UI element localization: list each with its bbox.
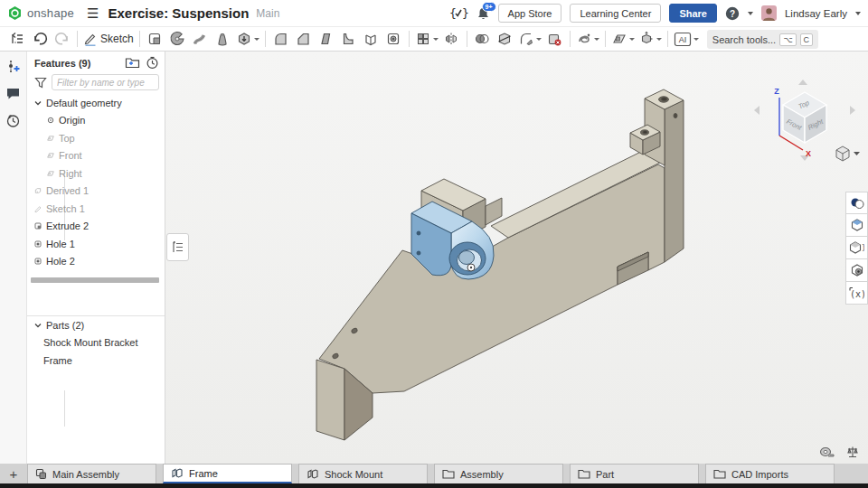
- revolve-tool-button[interactable]: [166, 29, 189, 50]
- rollback-bar[interactable]: [31, 277, 159, 283]
- tab-shock-mount[interactable]: Shock Mount: [298, 464, 428, 483]
- tree-item-hole-2[interactable]: Hole 2: [27, 253, 165, 271]
- onshape-logo-text: onshape: [27, 6, 74, 20]
- ai-tool-button[interactable]: AI: [672, 29, 701, 50]
- comments-icon[interactable]: [5, 87, 21, 100]
- share-button[interactable]: Share: [669, 4, 717, 23]
- featurescript-icon[interactable]: {}: [448, 6, 468, 20]
- tab-frame[interactable]: Frame: [163, 464, 292, 483]
- mass-properties-icon[interactable]: [846, 446, 859, 458]
- app-store-button[interactable]: App Store: [498, 4, 562, 23]
- feature-history-icon[interactable]: [146, 56, 159, 70]
- section-view-panel-button[interactable]: }: [845, 237, 868, 259]
- folder-icon: [442, 469, 455, 479]
- ai-dropdown-caret-icon[interactable]: [693, 38, 699, 41]
- user-menu-caret-icon[interactable]: [855, 12, 861, 15]
- thicken-enclose-tool-button[interactable]: [234, 29, 261, 50]
- chevron-down-icon[interactable]: [34, 322, 42, 329]
- tab-label: Frame: [189, 468, 218, 479]
- fillet-tool-button[interactable]: [269, 29, 292, 50]
- sweep-tool-button[interactable]: [189, 29, 212, 50]
- tree-item-derived-1[interactable]: Derived 1: [27, 183, 165, 201]
- pattern-dropdown-caret-icon[interactable]: [433, 38, 439, 41]
- hole-icon: [34, 240, 42, 248]
- search-tools-box[interactable]: Search tools... ⌥ C: [707, 30, 818, 49]
- plane-tool-button[interactable]: [609, 29, 637, 50]
- transform-dropdown-caret-icon[interactable]: [656, 38, 662, 41]
- view-options-button[interactable]: [836, 146, 860, 161]
- tree-item-front-plane[interactable]: Front: [27, 147, 165, 165]
- tree-item-sketch-1[interactable]: Sketch 1: [27, 200, 165, 218]
- tree-item-label: Derived 1: [46, 185, 89, 196]
- notifications-bell-icon[interactable]: 9+: [476, 6, 490, 21]
- user-avatar[interactable]: [761, 5, 777, 21]
- tab-part-folder[interactable]: Part: [570, 464, 699, 483]
- workspace-name[interactable]: Main: [256, 7, 279, 20]
- shortcut-key-option: ⌥: [779, 33, 796, 46]
- graphics-viewport[interactable]: Top Front Right Z X }: [165, 52, 868, 464]
- sketch-button[interactable]: Sketch: [81, 29, 136, 50]
- insert-version-icon[interactable]: [6, 59, 21, 74]
- origin-marker[interactable]: [467, 264, 475, 271]
- tab-assembly-folder[interactable]: Assembly: [434, 464, 563, 483]
- learning-center-button[interactable]: Learning Center: [570, 4, 661, 23]
- help-icon[interactable]: ?: [725, 6, 740, 21]
- chevron-down-icon[interactable]: [34, 99, 42, 107]
- linear-pattern-tool-button[interactable]: [413, 29, 440, 50]
- app-header: onshape ☰ Exercise: Suspension Main {} 9…: [0, 0, 868, 27]
- measure-tool-icon[interactable]: [819, 446, 835, 458]
- loft-tool-button[interactable]: [212, 29, 234, 50]
- mirror-tool-button[interactable]: [440, 29, 463, 50]
- 3d-model-canvas[interactable]: Top Front Right Z X: [165, 52, 868, 464]
- transform-tool-button[interactable]: [637, 29, 664, 50]
- feature-list-flyout-handle[interactable]: [166, 233, 189, 261]
- redo-button[interactable]: [51, 29, 73, 50]
- shell-tool-button[interactable]: [360, 29, 382, 50]
- part-item-shock-mount-bracket[interactable]: Shock Mount Bracket: [27, 334, 165, 352]
- tree-item-top-plane[interactable]: Top: [27, 129, 165, 147]
- document-title: Exercise: Suspension: [108, 5, 249, 21]
- onshape-logo[interactable]: onshape: [7, 5, 74, 21]
- left-rail: [0, 52, 27, 464]
- rib-tool-button[interactable]: [337, 29, 360, 50]
- filter-input[interactable]: [52, 74, 159, 90]
- undo-button[interactable]: [28, 29, 51, 50]
- tree-group-default-geometry[interactable]: Default geometry: [27, 94, 165, 112]
- draft-tool-button[interactable]: [315, 29, 337, 50]
- chamfer-tool-button[interactable]: [292, 29, 315, 50]
- document-menu-icon[interactable]: ☰: [87, 5, 99, 22]
- tree-item-right-plane[interactable]: Right: [27, 164, 165, 183]
- add-tab-button[interactable]: +: [4, 464, 24, 483]
- parts-group-header[interactable]: Parts (2): [27, 316, 165, 334]
- frame-part[interactable]: [316, 89, 684, 440]
- user-name[interactable]: Lindsay Early: [785, 8, 847, 19]
- appearance-panel-button[interactable]: [845, 192, 868, 214]
- hole-tool-button[interactable]: [382, 29, 405, 50]
- tree-item-origin[interactable]: Origin: [27, 112, 165, 130]
- thicken-dropdown-caret-icon[interactable]: [254, 38, 259, 41]
- modify-fillet-dropdown-caret-icon[interactable]: [536, 38, 542, 41]
- helix-dropdown-caret-icon[interactable]: [594, 38, 599, 41]
- filter-icon[interactable]: [34, 77, 47, 89]
- tab-main-assembly[interactable]: Main Assembly: [27, 464, 156, 483]
- create-folder-icon[interactable]: [125, 57, 140, 69]
- tab-cad-imports-folder[interactable]: CAD Imports: [705, 464, 835, 483]
- part-item-frame[interactable]: Frame: [27, 352, 165, 370]
- display-states-panel-button[interactable]: [845, 214, 868, 237]
- plane-dropdown-caret-icon[interactable]: [629, 38, 635, 41]
- split-tool-button[interactable]: [494, 29, 516, 50]
- tab-label: Part: [596, 469, 614, 480]
- tree-item-hole-1[interactable]: Hole 1: [27, 235, 165, 253]
- featurescript-panel-button[interactable]: (x): [845, 282, 868, 305]
- feature-list-toggle-button[interactable]: [5, 29, 28, 50]
- delete-face-tool-button[interactable]: [543, 29, 566, 50]
- history-icon[interactable]: [5, 113, 21, 128]
- modify-fillet-tool-button[interactable]: [516, 29, 543, 50]
- named-views-panel-button[interactable]: [845, 259, 868, 282]
- extrude-tool-button[interactable]: [144, 29, 166, 50]
- helix-tool-button[interactable]: [574, 29, 601, 50]
- plane-icon: [47, 170, 54, 177]
- boolean-tool-button[interactable]: [471, 29, 494, 50]
- tree-item-extrude-2[interactable]: Extrude 2: [27, 218, 165, 236]
- tab-label: CAD Imports: [731, 469, 788, 480]
